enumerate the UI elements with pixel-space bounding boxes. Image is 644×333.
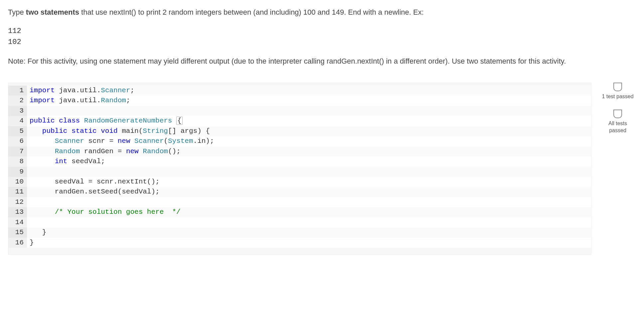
code-content[interactable] [27,106,591,116]
code-line[interactable]: 16} [8,238,591,248]
code-line[interactable]: 2import java.util.Random; [8,96,591,106]
line-number: 8 [8,157,27,166]
line-number: 1 [8,86,27,96]
code-line[interactable]: 9 [8,167,591,177]
code-content[interactable] [27,217,591,227]
code-line[interactable]: 12 [8,197,591,207]
note-text: Note: For this activity, using one state… [8,56,636,67]
code-line[interactable]: 13 /* Your solution goes here */ [8,207,591,217]
line-number: 9 [8,167,27,177]
line-number: 11 [8,187,27,197]
code-line[interactable]: 11 randGen.setSeed(seedVal); [8,187,591,197]
status-panel: 1 test passed All tests passed [599,83,636,143]
code-content[interactable] [27,167,591,177]
code-line[interactable]: 6 Scanner scnr = new Scanner(System.in); [8,136,591,146]
code-line[interactable]: 14 [8,217,591,227]
instructions-pre: Type [8,8,26,16]
badge-icon [613,83,622,91]
line-number: 4 [8,116,27,126]
status-one-test: 1 test passed [599,83,636,100]
instructions-text: Type two statements that use nextInt() t… [8,7,636,18]
code-line[interactable]: 8 int seedVal; [8,157,591,166]
code-content[interactable]: randGen.setSeed(seedVal); [27,187,591,197]
code-line[interactable]: 15 } [8,227,591,237]
code-content[interactable]: public static void main(String[] args) { [27,126,591,136]
code-line[interactable]: 4public class RandomGenerateNumbers { [8,116,591,126]
code-content[interactable]: seedVal = scnr.nextInt(); [27,177,591,187]
work-area: 1import java.util.Scanner;2import java.u… [8,83,636,255]
code-line[interactable]: 10 seedVal = scnr.nextInt(); [8,177,591,187]
status-one-test-label: 1 test passed [602,93,633,100]
line-number: 13 [8,207,27,217]
code-content[interactable]: } [27,238,591,248]
code-content[interactable]: /* Your solution goes here */ [27,207,591,217]
code-line[interactable]: 5 public static void main(String[] args)… [8,126,591,136]
line-number: 3 [8,106,27,116]
instructions-post: that use nextInt() to print 2 random int… [79,8,424,16]
badge-icon [613,110,622,118]
code-content[interactable]: int seedVal; [27,157,591,166]
status-all-tests-label: All tests passed [599,120,636,134]
line-number: 10 [8,177,27,187]
example-output: 112 102 [8,26,636,48]
status-all-tests: All tests passed [599,110,636,134]
line-number: 14 [8,217,27,227]
line-number: 2 [8,96,27,106]
code-line[interactable]: 7 Random randGen = new Random(); [8,147,591,157]
code-content[interactable]: public class RandomGenerateNumbers { [27,116,591,126]
code-content[interactable]: Random randGen = new Random(); [27,147,591,157]
line-number: 5 [8,126,27,136]
line-number: 6 [8,136,27,146]
code-line[interactable]: 1import java.util.Scanner; [8,86,591,96]
line-number: 12 [8,197,27,207]
line-number: 15 [8,227,27,237]
line-number: 16 [8,238,27,248]
code-content[interactable]: } [27,227,591,237]
line-number: 7 [8,147,27,157]
code-content[interactable]: import java.util.Random; [27,96,591,106]
instructions-bold: two statements [26,8,79,16]
code-content[interactable]: Scanner scnr = new Scanner(System.in); [27,136,591,146]
code-line[interactable]: 3 [8,106,591,116]
code-content[interactable] [27,197,591,207]
code-editor[interactable]: 1import java.util.Scanner;2import java.u… [8,83,591,255]
code-content[interactable]: import java.util.Scanner; [27,86,591,96]
